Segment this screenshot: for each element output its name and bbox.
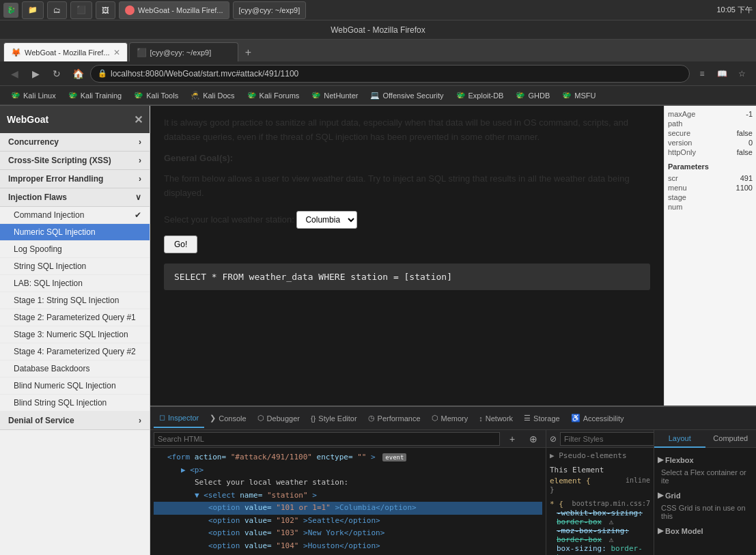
console-tool-button[interactable]: ❯ Console: [204, 409, 251, 428]
devtools-css-panel: ⊘ :hov .cls + ⧉ ▶ Pseudo-elements This E…: [546, 430, 654, 555]
sidebar-item-stage2[interactable]: Stage 2: Parameterized Query #1: [0, 309, 150, 326]
devtools-bottom: ◻ Inspector ❯ Console ⬡ Debugger {} Styl…: [150, 405, 756, 555]
html-line-option2: <option value= "102" >Seattle</option>: [154, 515, 542, 528]
bookmark-nethunter[interactable]: 🐲 NetHunter: [306, 88, 363, 103]
performance-tool-button[interactable]: ◷ Performance: [363, 409, 426, 428]
sidebar-item-stage3[interactable]: Stage 3: Numeric SQL Injection: [0, 326, 150, 343]
sidebar-item-error-handling[interactable]: Improper Error Handling ›: [0, 170, 150, 188]
sidebar-item-stage4[interactable]: Stage 4: Parameterized Query #2: [0, 343, 150, 360]
accessibility-tool-button[interactable]: ♿ Accessibility: [565, 409, 630, 428]
sidebar-item-concurrency[interactable]: Concurrency ›: [0, 133, 150, 152]
taskbar-app-icon2[interactable]: 🖼: [96, 1, 115, 19]
params-title: Parameters: [668, 162, 753, 171]
string-sql-label: String SQL Injection: [14, 261, 86, 271]
home-button[interactable]: 🏠: [69, 65, 87, 83]
tab-close-icon[interactable]: ✕: [113, 48, 120, 57]
browser-tab-terminal-label: [cyy@cyy: ~/exp9]: [150, 48, 212, 57]
debugger-icon: ⬡: [257, 414, 264, 423]
url-text: localhost:8080/WebGoat/start.mvc#attack/…: [111, 69, 298, 79]
grid-chevron-icon: ▶: [658, 491, 663, 500]
sidebar-item-lab-sql[interactable]: LAB: SQL Injection: [0, 275, 150, 292]
sidebar-item-numeric-sql[interactable]: Numeric SQL Injection: [0, 224, 150, 241]
layout-tab-layout[interactable]: Layout: [654, 430, 705, 448]
taskbar-app-files[interactable]: 📁: [22, 1, 44, 19]
forward-button[interactable]: ▶: [27, 65, 44, 83]
new-tab-button[interactable]: +: [240, 44, 257, 61]
grid-section-title[interactable]: ▶ Grid: [658, 491, 753, 500]
taskbar-app-firefox[interactable]: WebGoat - Mozilla Firef...: [119, 1, 229, 19]
network-tool-button[interactable]: ↕ Network: [473, 409, 518, 428]
kali-docs-icon: 🥷: [191, 91, 200, 100]
param-num: num: [668, 202, 753, 212]
prop-maxage: maxAge -1: [668, 109, 753, 119]
sidebar-item-blind-numeric[interactable]: Blind Numeric SQL Injection: [0, 378, 150, 395]
debugger-tool-button[interactable]: ⬡ Debugger: [252, 409, 305, 428]
sidebar-item-injection-flaws[interactable]: Injection Flaws ∨: [0, 188, 150, 207]
bookmark-exploit-db[interactable]: 🐲 Exploit-DB: [451, 88, 509, 103]
intro-text: It is always good practice to sanitize a…: [164, 116, 650, 145]
bookmark-ghdb[interactable]: 🐲 GHDB: [510, 88, 555, 103]
bookmark-msfu[interactable]: 🐲 MSFU: [557, 88, 601, 103]
pick-element-button[interactable]: ⊕: [524, 430, 542, 448]
sql-query-display: SELECT * FROM weather_data WHERE station…: [164, 264, 650, 290]
bookmark-offensive-security[interactable]: 💻 Offensive Security: [365, 88, 449, 103]
taskbar-app-terminal[interactable]: ⬛: [70, 1, 92, 19]
check-icon: ✔: [135, 210, 141, 220]
bookmark-button[interactable]: ☆: [733, 65, 751, 83]
bookmark-kali-docs[interactable]: 🥷 Kali Docs: [185, 88, 240, 103]
param-stage: stage: [668, 193, 753, 202]
kali-training-icon: 🐲: [68, 91, 78, 100]
storage-label: Storage: [533, 414, 560, 423]
debugger-label: Debugger: [267, 414, 300, 423]
browser-tab-webgoat[interactable]: 🦊 WebGoat - Mozilla Firef... ✕: [3, 42, 128, 61]
css-filter-icon[interactable]: ⊘: [550, 430, 557, 448]
bookmark-kali-training[interactable]: 🐲 Kali Training: [63, 88, 128, 103]
prop-secure-val: false: [737, 129, 753, 137]
accessibility-label: Accessibility: [583, 414, 624, 423]
sidebar-item-command-injection[interactable]: Command Injection ✔: [0, 207, 150, 224]
back-button[interactable]: ◀: [5, 65, 23, 83]
inspector-tool-button[interactable]: ◻ Inspector: [154, 409, 204, 428]
memory-tool-button[interactable]: ⬡ Memory: [426, 409, 474, 428]
layout-tab-computed[interactable]: Computed: [705, 430, 757, 448]
sidebar-item-stage1[interactable]: Stage 1: String SQL Injection: [0, 292, 150, 309]
browser-nav: ◀ ▶ ↻ 🏠 🔒 localhost:8080/WebGoat/start.m…: [0, 61, 756, 86]
html-line-p: ▶ <p>: [154, 464, 542, 477]
hamburger-menu-button[interactable]: ≡: [693, 65, 711, 83]
bookmark-kali-forums[interactable]: 🐲 Kali Forums: [242, 88, 305, 103]
console-label: Console: [219, 414, 246, 423]
sidebar-item-xss[interactable]: Cross-Site Scripting (XSS) ›: [0, 152, 150, 170]
msfu-icon: 🐲: [562, 91, 572, 100]
bookmark-kali-tools[interactable]: 🐲 Kali Tools: [128, 88, 184, 103]
command-injection-label: Command Injection: [14, 210, 84, 220]
sidebar-item-string-sql[interactable]: String SQL Injection: [0, 258, 150, 275]
css-filter-input[interactable]: [560, 432, 654, 446]
sidebar-item-log-spoofing[interactable]: Log Spoofing: [0, 241, 150, 258]
chevron-right-icon-2: ›: [139, 156, 141, 165]
bookmark-kali-linux[interactable]: 🐲 Kali Linux: [5, 88, 61, 103]
ghdb-icon: 🐲: [516, 91, 525, 100]
style-editor-tool-button[interactable]: {} Style Editor: [305, 409, 363, 428]
taskbar-app-terminal2[interactable]: [cyy@cyy: ~/exp9]: [233, 1, 307, 19]
sidebar-item-blind-string[interactable]: Blind String SQL Injection: [0, 395, 150, 412]
browser-tab-terminal[interactable]: ⬛ [cyy@cyy: ~/exp9]: [129, 42, 238, 61]
address-bar[interactable]: 🔒 localhost:8080/WebGoat/start.mvc#attac…: [90, 65, 690, 83]
devtools-html-content: <form action= "#attack/491/1100" enctype…: [150, 448, 546, 555]
inspector-label: Inspector: [168, 414, 199, 422]
boxmodel-section-title[interactable]: ▶ Box Model: [658, 526, 753, 535]
go-button[interactable]: Go!: [164, 236, 197, 253]
reload-button[interactable]: ↻: [48, 65, 66, 83]
css-inline-close: }: [550, 485, 650, 494]
sidebar-item-db-backdoors[interactable]: Database Backdoors: [0, 360, 150, 378]
storage-tool-button[interactable]: ☰ Storage: [518, 409, 565, 428]
kali-logo[interactable]: 🐉: [3, 3, 18, 18]
taskbar-app-manager[interactable]: 🗂: [47, 1, 67, 19]
sidebar-item-dos[interactable]: Denial of Service ›: [0, 412, 150, 430]
html-search-input[interactable]: [154, 432, 500, 446]
weather-station-select[interactable]: Columbia Seattle New York Houston: [296, 211, 357, 229]
sidebar-close-button[interactable]: ✕: [134, 113, 143, 126]
pocket-button[interactable]: 📖: [713, 65, 731, 83]
add-node-button[interactable]: +: [503, 430, 521, 448]
flexbox-section-title[interactable]: ▶ Flexbox: [658, 455, 753, 464]
grid-content: CSS Grid is not in use on this: [658, 502, 753, 522]
